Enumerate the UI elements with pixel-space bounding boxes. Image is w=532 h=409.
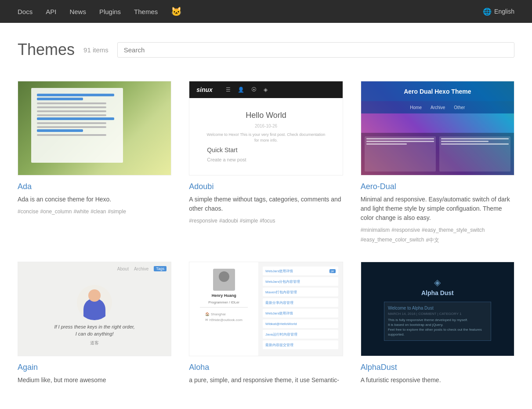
language-switcher[interactable]: 🌐 English <box>483 7 514 16</box>
theme-thumbnail-ada <box>18 81 171 175</box>
theme-thumbnail-alphadust: ◈ Alpha Dust Welcome to Alpha Dust MARCH… <box>361 262 514 356</box>
alphadust-logo: ◈ <box>434 277 441 288</box>
ada-thumb-content <box>33 90 118 161</box>
aloha-post-2-title: WebJars分包内容管理 <box>265 279 336 284</box>
theme-tags-adoubi: #responsive #adoubi #simple #focus <box>189 218 343 224</box>
aloha-divider <box>200 307 248 308</box>
again-content: If I press these keys in the right order… <box>18 275 171 356</box>
tag-m: #minimalism <box>361 227 390 235</box>
theme-card-again[interactable]: About Archive Tags If I press these keys… <box>9 253 180 398</box>
ada-line-7 <box>37 117 114 120</box>
aloha-sidebar: Henry Huang Programmer / IDLer 🏠 Shangha… <box>189 262 258 356</box>
item-count: 91 items <box>83 46 109 54</box>
tag-2: #white <box>73 208 89 215</box>
search-input[interactable] <box>117 42 514 58</box>
aloha-post-2: WebJars分包内容管理 <box>263 277 338 286</box>
tag-etc: #easy_theme_color_switch <box>361 237 424 244</box>
nav-plugins[interactable]: Plugins <box>99 8 121 15</box>
theme-desc-aloha: a pure, simple, and responsive theme, it… <box>189 376 343 385</box>
alphadust-date: MARCH 14, 2016 | COMMENT | CATEGORY 1 <box>388 312 487 316</box>
ada-line-10 <box>37 129 83 132</box>
theme-thumbnail-aloha: Henry Huang Programmer / IDLer 🏠 Shangha… <box>189 262 343 356</box>
aero-col-line-5 <box>441 141 489 142</box>
aero-nav: Home Archive Other <box>361 101 514 113</box>
theme-name-aero[interactable]: Aero-Dual <box>361 182 514 191</box>
aloha-post-7: Java运行时内容管理 <box>263 330 338 339</box>
page-header: Themes 91 items <box>0 23 532 72</box>
theme-name-adoubi[interactable]: Adoubi <box>189 182 343 191</box>
aloha-post-3: Maven打包内容管理 <box>263 288 338 296</box>
aero-col-line-2 <box>366 141 434 142</box>
nav-themes[interactable]: Themes <box>134 8 158 15</box>
theme-card-aero-dual[interactable]: Aero Dual Hexo Theme Home Archive Other <box>352 72 523 253</box>
adoubi-quick: Quick Start <box>207 146 237 153</box>
aero-col-line-6 <box>441 143 509 145</box>
again-nav-tag: Tags <box>154 266 166 271</box>
nav-docs[interactable]: Docs <box>18 8 33 15</box>
ada-line-4 <box>37 106 106 108</box>
theme-desc-aero: Minimal and responsive. Easy/automatic s… <box>361 195 514 223</box>
tag-4: #simple <box>108 208 126 215</box>
tag-a: #adoubi <box>219 218 238 224</box>
theme-thumbnail-aero: Aero Dual Hexo Theme Home Archive Other <box>361 81 514 175</box>
aloha-profile-role: Programmer / IDLer <box>208 300 239 304</box>
theme-card-alphadust[interactable]: ◈ Alpha Dust Welcome to Alpha Dust MARCH… <box>352 253 523 398</box>
alphadust-welcome: Welcome to Alpha Dust <box>388 306 487 310</box>
alphadust-content-box: Welcome to Alpha Dust MARCH 14, 2016 | C… <box>384 302 491 341</box>
tag-3: #clean <box>90 208 106 215</box>
aloha-post-3-title: Maven打包内容管理 <box>265 290 336 295</box>
theme-name-ada[interactable]: Ada <box>18 182 171 191</box>
aero-col-line-1 <box>366 138 434 139</box>
aloha-post-4-title: 最新分享内容管理 <box>265 300 336 305</box>
adoubi-hello: Hello World <box>246 111 286 120</box>
adoubi-create: Create a new post <box>207 157 246 162</box>
theme-card-adoubi[interactable]: sinux ☰ 👤 ⦿ ◈ Hello World 2016-10-26 Wel… <box>180 72 351 253</box>
ada-line-2 <box>37 98 83 100</box>
theme-card-aloha[interactable]: Henry Huang Programmer / IDLer 🏠 Shangha… <box>180 253 351 398</box>
theme-desc-again: Medium like, but more awesome <box>18 376 171 385</box>
aloha-post-6-title: Wibkat@HelloWorld <box>265 322 336 326</box>
language-label: English <box>494 8 514 15</box>
theme-name-alphadust[interactable]: AlphaDust <box>361 363 514 372</box>
theme-thumbnail-again: About Archive Tags If I press these keys… <box>18 262 171 356</box>
aero-bottom <box>361 133 514 175</box>
again-figure-area: If I press these keys in the right order… <box>50 281 139 351</box>
theme-desc-adoubi: A simple theme without tags, categories,… <box>189 195 343 213</box>
aero-title: Aero Dual Hexo Theme <box>404 88 471 95</box>
theme-card-ada[interactable]: Ada Ada is an concise theme for Hexo. #c… <box>9 72 180 253</box>
globe-icon: 🌐 <box>483 7 492 16</box>
tag-s: #simple <box>240 218 258 224</box>
adoubi-bar: sinux ☰ 👤 ⦿ ◈ <box>189 81 342 98</box>
adoubi-icons: ☰ 👤 ⦿ ◈ <box>226 87 268 93</box>
aero-col-1 <box>365 136 436 172</box>
ada-line-9 <box>37 126 106 128</box>
theme-tags-ada: #concise #one_column #white #clean #simp… <box>18 208 171 215</box>
theme-name-aloha[interactable]: Aloha <box>189 363 343 372</box>
tag-1: #one_column <box>40 208 72 215</box>
tag-r: #responsive <box>189 218 217 224</box>
nav-api[interactable]: API <box>46 8 56 15</box>
aero-nav-archive: Archive <box>431 105 445 110</box>
adoubi-icon-about: 👤 <box>238 87 244 93</box>
nav-news[interactable]: News <box>69 8 86 15</box>
tag-zh: #中文 <box>426 237 439 244</box>
again-quote: If I press these keys in the right order… <box>54 324 134 337</box>
aero-nav-home: Home <box>410 105 422 110</box>
nav-links: Docs API News Plugins Themes 🐱 <box>18 6 483 17</box>
ada-line-6 <box>37 114 106 116</box>
theme-name-again[interactable]: Again <box>18 363 171 372</box>
aloha-profile-info: 🏠 Shanghai ✉ h5hide@outlook.com <box>205 312 242 323</box>
aero-overlay: Aero Dual Hexo Theme <box>361 81 514 101</box>
ada-line-11 <box>37 134 106 136</box>
aloha-post-6: Wibkat@HelloWorld <box>263 319 338 328</box>
ada-line-1 <box>37 94 114 96</box>
aero-col-line-4 <box>441 138 509 139</box>
cat-icon[interactable]: 🐱 <box>171 6 182 17</box>
aloha-post-8: 最新内容提交管理 <box>263 340 338 349</box>
aero-col-2 <box>439 136 510 172</box>
adoubi-brand: sinux <box>196 86 213 93</box>
adoubi-content: Hello World 2016-10-26 Welcome to Hexo! … <box>189 98 342 175</box>
aero-col-line-3 <box>366 143 407 145</box>
tag-0: #concise <box>18 208 38 215</box>
ada-line-3 <box>37 102 106 104</box>
